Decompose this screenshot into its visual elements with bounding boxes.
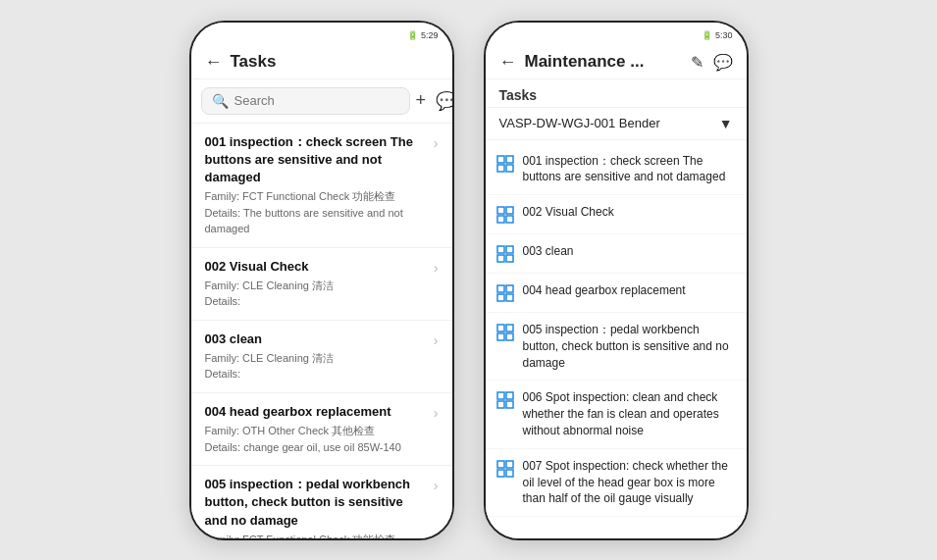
edit-button[interactable]: ✎ (691, 53, 703, 72)
svg-rect-1 (506, 156, 513, 163)
svg-rect-19 (506, 333, 513, 340)
task-item[interactable]: 002 Visual Check Family: CLE Cleaning 清洁… (191, 248, 452, 321)
task-item-content: 003 clean Family: CLE Cleaning 清洁 Detail… (205, 331, 428, 382)
task-details: Details: The buttons are sensitive and n… (205, 205, 428, 237)
dropdown-arrow-icon: ▼ (719, 116, 733, 131)
svg-rect-16 (497, 325, 504, 331)
check-text: 004 head gearbox replacement (523, 282, 686, 299)
svg-rect-9 (506, 246, 513, 253)
left-task-list: 001 inspection：check screen The buttons … (191, 124, 452, 538)
task-item[interactable]: 004 head gearbox replacement Family: OTH… (191, 393, 452, 466)
left-battery-icon: 🔋 (407, 30, 418, 40)
task-title: 005 inspection：pedal workbench button, c… (205, 476, 428, 530)
task-item[interactable]: 003 clean Family: CLE Cleaning 清洁 Detail… (191, 321, 452, 393)
right-status-icons: 🔋 5:30 (702, 30, 733, 40)
check-item[interactable]: 004 head gearbox replacement (486, 274, 747, 313)
task-details: Details: (205, 366, 428, 382)
svg-rect-13 (506, 285, 513, 292)
check-text: 003 clean (523, 243, 574, 260)
svg-rect-2 (497, 165, 504, 172)
left-header-title: Tasks (231, 52, 439, 72)
check-item[interactable]: 003 clean (486, 234, 747, 274)
right-header-title: Maintenance ... (525, 52, 683, 72)
dropdown-row[interactable]: VASP-DW-WGJ-001 Bender ▼ (486, 107, 747, 140)
svg-rect-27 (506, 470, 513, 477)
search-icon: 🔍 (212, 93, 229, 109)
message-button[interactable]: 💬 (436, 90, 453, 112)
dropdown-label: VASP-DW-WGJ-001 Bender (499, 116, 660, 130)
check-icon (495, 244, 515, 264)
task-title: 002 Visual Check (205, 258, 428, 276)
check-text: 007 Spot inspection: check whether the o… (523, 458, 733, 507)
svg-rect-3 (506, 165, 513, 172)
svg-rect-20 (497, 392, 504, 399)
svg-rect-12 (497, 285, 504, 292)
svg-rect-8 (497, 246, 504, 253)
svg-rect-10 (497, 255, 504, 262)
svg-rect-7 (506, 216, 513, 223)
svg-rect-15 (506, 294, 513, 301)
task-details: Details: change gear oil, use oil 85W-14… (205, 439, 428, 456)
task-arrow-icon: › (434, 135, 439, 151)
right-status-bar: 🔋 5:30 (486, 23, 747, 44)
right-back-button[interactable]: ← (499, 52, 517, 73)
check-text: 006 Spot inspection: clean and check whe… (523, 389, 733, 438)
right-section-label: Tasks (486, 79, 747, 107)
svg-rect-11 (506, 255, 513, 262)
task-item[interactable]: 005 inspection：pedal workbench button, c… (191, 466, 452, 537)
task-arrow-icon: › (434, 332, 439, 348)
task-arrow-icon: › (434, 405, 439, 421)
svg-rect-23 (506, 401, 513, 408)
check-icon (495, 205, 515, 225)
svg-rect-4 (497, 207, 504, 214)
left-search-bar: 🔍 + 💬 (191, 79, 452, 124)
svg-rect-21 (506, 392, 513, 399)
svg-rect-18 (497, 333, 504, 340)
task-family: Family: CLE Cleaning 清洁 (205, 350, 428, 367)
chat-button[interactable]: 💬 (713, 53, 733, 72)
add-button[interactable]: + (416, 90, 427, 111)
check-text: 005 inspection：pedal workbench button, c… (523, 322, 733, 371)
task-item-content: 001 inspection：check screen The buttons … (205, 133, 428, 237)
check-text: 002 Visual Check (523, 204, 614, 221)
check-item[interactable]: 001 inspection：check screen The buttons … (486, 144, 747, 196)
check-item[interactable]: 006 Spot inspection: clean and check whe… (486, 381, 747, 448)
svg-rect-26 (497, 470, 504, 477)
svg-rect-5 (506, 207, 513, 214)
right-header-icons: ✎ 💬 (691, 53, 733, 72)
check-item[interactable]: 007 Spot inspection: check whether the o… (486, 449, 747, 517)
task-item[interactable]: 001 inspection：check screen The buttons … (191, 124, 452, 248)
left-search-input-wrap[interactable]: 🔍 (201, 87, 410, 115)
check-text: 001 inspection：check screen The buttons … (523, 153, 733, 186)
svg-rect-6 (497, 216, 504, 223)
task-details: Details: (205, 293, 428, 310)
check-item[interactable]: 005 inspection：pedal workbench button, c… (486, 313, 747, 381)
right-app-header: ← Maintenance ... ✎ 💬 (486, 44, 747, 79)
svg-rect-0 (497, 156, 504, 163)
right-time: 5:30 (715, 30, 733, 40)
task-title: 001 inspection：check screen The buttons … (205, 133, 428, 187)
task-title: 004 head gearbox replacement (205, 403, 428, 421)
left-time: 5:29 (421, 30, 439, 40)
check-icon (495, 283, 515, 303)
svg-rect-25 (506, 461, 513, 468)
svg-rect-24 (497, 461, 504, 468)
task-item-content: 002 Visual Check Family: CLE Cleaning 清洁… (205, 258, 428, 310)
task-title: 003 clean (205, 331, 428, 348)
check-icon (495, 390, 515, 410)
left-phone: 🔋 5:29 ← Tasks 🔍 + 💬 001 inspection：chec… (189, 21, 454, 540)
task-arrow-icon: › (434, 260, 439, 276)
task-item-content: 004 head gearbox replacement Family: OTH… (205, 403, 428, 455)
check-icon (495, 154, 515, 174)
check-icon (495, 459, 515, 479)
task-family: Family: FCT Functional Check 功能检查 (205, 188, 428, 205)
check-icon (495, 323, 515, 342)
task-family: Family: CLE Cleaning 清洁 (205, 278, 428, 294)
search-input[interactable] (234, 93, 399, 108)
right-phone: 🔋 5:30 ← Maintenance ... ✎ 💬 Tasks VASP-… (484, 21, 749, 540)
check-item[interactable]: 002 Visual Check (486, 195, 747, 234)
right-checklist: 001 inspection：check screen The buttons … (486, 140, 747, 538)
left-app-header: ← Tasks (191, 44, 452, 79)
svg-rect-17 (506, 325, 513, 331)
left-back-button[interactable]: ← (205, 52, 223, 73)
